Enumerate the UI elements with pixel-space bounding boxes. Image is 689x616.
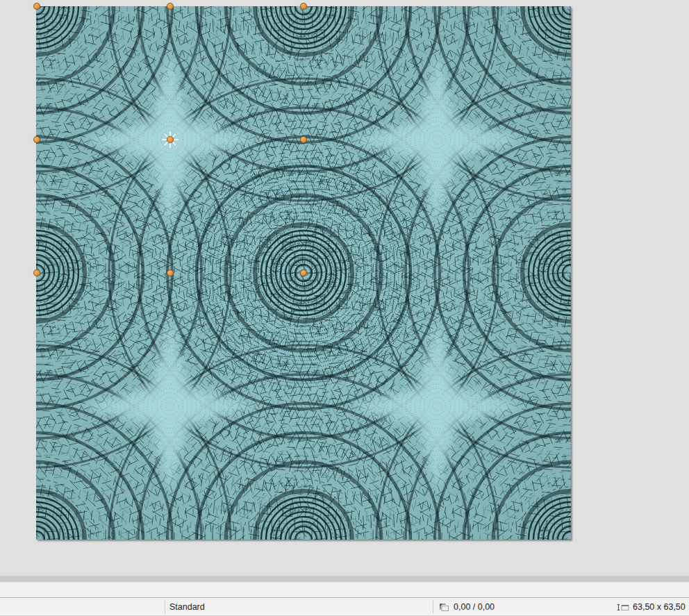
selection-handle-bottom-left[interactable]: [33, 269, 40, 276]
window-lower-strip: [0, 583, 689, 597]
selection-handle-top-right[interactable]: [300, 3, 307, 10]
size-rectangle-icon: [617, 603, 629, 612]
selection-handle-bottom-center[interactable]: [167, 269, 174, 276]
statusbar-separator: [165, 600, 165, 613]
master-slide-name[interactable]: Standard: [169, 598, 205, 616]
selection-handle-middle-left[interactable]: [33, 136, 40, 143]
statusbar-separator: [433, 600, 433, 613]
selection-handle-bottom-right[interactable]: [300, 269, 307, 276]
position-corner-icon: [439, 603, 449, 612]
cursor-position-value[interactable]: 0,00 / 0,00: [454, 598, 495, 616]
horizontal-scrollbar-track[interactable]: [0, 575, 689, 583]
selection-handle-middle-right[interactable]: [300, 136, 307, 143]
selection-handle-center[interactable]: [167, 136, 174, 143]
status-bar: Standard 0,00 / 0,00 63,50 x 63,50: [0, 597, 689, 616]
object-size-value[interactable]: 63,50 x 63,50: [633, 598, 686, 616]
drawing-workspace[interactable]: [0, 0, 689, 575]
horizontal-scrollbar-thumb[interactable]: [0, 576, 689, 582]
selection-handle-top-center[interactable]: [167, 3, 174, 10]
selection-handle-top-left[interactable]: [33, 3, 40, 10]
